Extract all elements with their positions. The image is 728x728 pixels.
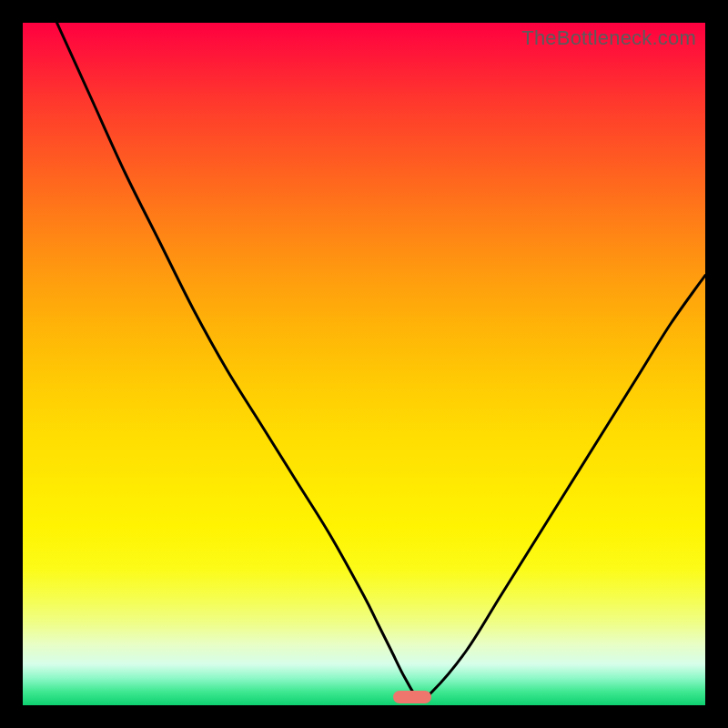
chart-frame: TheBottleneck.com — [0, 0, 728, 728]
plot-area: TheBottleneck.com — [23, 23, 705, 705]
bottleneck-curve — [23, 23, 705, 705]
minimum-marker — [393, 691, 431, 703]
